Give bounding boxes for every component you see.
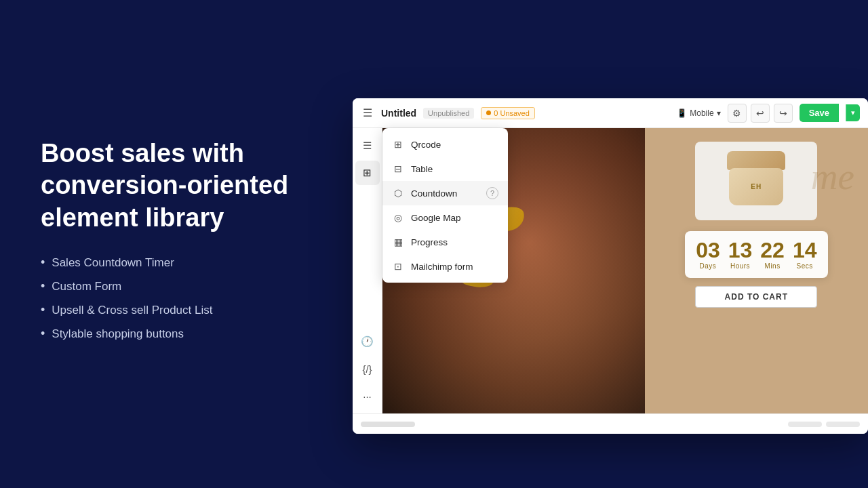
main-heading: Boost sales with conversion-oriented ele… [41,138,298,235]
dropdown-item-table[interactable]: ⊟ Table [382,157,508,181]
map-icon: ◎ [392,211,404,224]
list-item: Upsell & Cross sell Product List [41,303,298,317]
element-dropdown-menu: ⊞ Qrcode ⊟ Table ⬡ Countdown ? ◎ Google … [382,128,508,283]
settings-icon[interactable]: ⚙ [728,104,747,123]
undo-icon[interactable]: ↩ [751,104,770,123]
list-item: Custom Form [41,279,298,293]
sidebar-menu-icon[interactable]: ☰ [355,134,380,158]
editor-window: ☰ Untitled Unpublished 0 Unsaved 📱 Mobil… [353,98,868,434]
editor-body: ☰ ⊞ 🕐 {/} ··· ⊞ Qrcode ⊟ Table ⬡ Countdo… [353,128,868,413]
countdown-days: 03 Days [696,239,720,270]
editor-bottombar [353,413,868,434]
feature-list: Sales Countdown Timer Custom Form Upsell… [41,256,298,350]
device-label: Mobile [690,108,713,118]
google-map-label: Google Map [411,213,461,223]
product-jar: EH [726,151,787,205]
days-value: 03 [696,239,720,261]
bottombar-pill-2 [788,422,822,427]
jar-body: EH [729,168,783,205]
days-label: Days [700,262,717,270]
topbar-actions: ⚙ ↩ ↪ [728,104,793,123]
bottombar-pill-3 [826,422,860,427]
save-dropdown-button[interactable]: ▾ [846,104,860,121]
mins-value: 22 [760,239,785,261]
mailchimp-label: Mailchimp form [411,262,473,272]
list-item: Stylable shopping buttons [41,327,298,341]
unsaved-label: 0 Unsaved [494,109,530,117]
progress-label: Progress [411,237,448,247]
mobile-icon: 📱 [677,108,687,118]
countdown-icon: ⬡ [392,187,404,199]
dropdown-item-countdown[interactable]: ⬡ Countdown ? [382,181,508,205]
dropdown-item-google-map[interactable]: ◎ Google Map [382,205,508,230]
save-button[interactable]: Save [800,104,839,122]
editor-sidebar: ☰ ⊞ 🕐 {/} ··· [353,128,382,413]
hours-value: 13 [728,239,753,261]
dropdown-item-progress[interactable]: ▦ Progress [382,230,508,254]
countdown-widget: 03 Days 13 Hours 22 Mins 14 Secs [685,231,827,278]
sidebar-clock-icon[interactable]: 🕐 [355,329,380,354]
add-to-cart-button[interactable]: ADD TO CART [695,286,817,308]
brand-label: EH [751,183,762,190]
chevron-down-icon: ▾ [717,108,721,118]
mins-label: Mins [765,262,781,270]
device-selector[interactable]: 📱 Mobile ▾ [677,108,720,118]
dropdown-item-mailchimp[interactable]: ⊡ Mailchimp form [382,254,508,279]
qrcode-label: Qrcode [411,140,441,150]
editor-title: Untitled [381,108,416,119]
secs-value: 14 [793,239,817,261]
countdown-hours: 13 Hours [728,239,753,270]
sidebar-code-icon[interactable]: {/} [355,357,380,381]
countdown-help-icon[interactable]: ? [486,187,498,199]
editor-topbar: ☰ Untitled Unpublished 0 Unsaved 📱 Mobil… [353,98,868,128]
qrcode-icon: ⊞ [392,138,404,150]
redo-icon[interactable]: ↪ [774,104,793,123]
unpublished-badge: Unpublished [423,108,474,119]
dropdown-item-qrcode[interactable]: ⊞ Qrcode [382,132,508,157]
countdown-secs: 14 Secs [793,239,817,270]
hours-label: Hours [730,262,750,270]
countdown-mins: 22 Mins [760,239,785,270]
unsaved-dot [486,110,491,115]
sidebar-toggle-icon[interactable]: ☰ [361,106,374,120]
table-icon: ⊟ [392,163,404,175]
bottombar-right [788,422,860,427]
left-panel: Boost sales with conversion-oriented ele… [0,0,339,488]
decorative-text: me [811,155,854,198]
product-section: me EH 03 Days [645,128,868,413]
table-label: Table [411,164,433,174]
mailchimp-icon: ⊡ [392,260,404,272]
unsaved-badge: 0 Unsaved [481,107,535,119]
secs-label: Secs [797,262,813,270]
list-item: Sales Countdown Timer [41,256,298,270]
bottombar-pill-1 [361,422,415,427]
jar-lid [727,151,785,170]
sidebar-dots-icon[interactable]: ··· [355,384,380,408]
progress-icon: ▦ [392,236,404,248]
product-card: EH [695,142,817,220]
countdown-label: Countdown [411,188,457,199]
sidebar-layers-icon[interactable]: ⊞ [355,161,380,185]
